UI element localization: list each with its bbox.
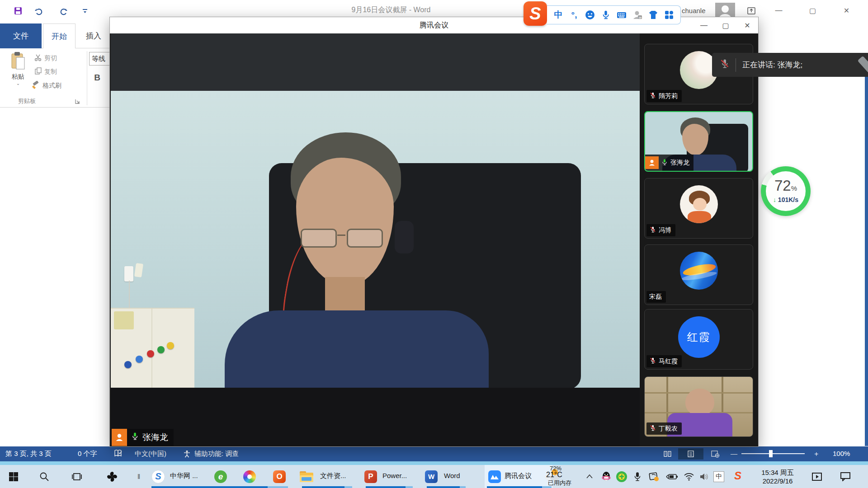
swirl-browser-icon[interactable] — [241, 465, 258, 488]
emoji-icon[interactable] — [584, 9, 596, 21]
paste-dropdown-arrow[interactable]: ⌄ — [7, 81, 29, 86]
green-browser-icon[interactable]: e — [212, 465, 229, 488]
word-taskbar-icon[interactable]: W — [423, 465, 439, 488]
meeting-window: 腾讯会议 — ▢ ✕ — [109, 17, 759, 447]
account-login-icon[interactable]: 19 — [632, 9, 643, 21]
accessibility-status[interactable]: 辅助功能: 调查 — [194, 450, 239, 458]
keyboard-icon[interactable] — [616, 9, 627, 21]
read-mode-icon[interactable] — [659, 448, 675, 460]
qq-tray-icon[interactable] — [599, 465, 613, 488]
action-center-icon[interactable] — [837, 465, 854, 488]
volume-tray-icon[interactable] — [697, 465, 712, 488]
participant-nameplate: 隋芳莉 — [646, 90, 682, 102]
sogou-browser-icon[interactable]: S — [150, 465, 166, 488]
file-explorer-icon[interactable] — [298, 465, 315, 488]
zoom-in-button[interactable]: ＋ — [813, 450, 820, 458]
undo-icon[interactable] — [33, 5, 43, 16]
start-button[interactable] — [4, 465, 24, 488]
tab-home[interactable]: 开始 — [43, 23, 75, 48]
zoom-out-button[interactable]: — — [731, 450, 737, 457]
tray-expand-chevron[interactable] — [583, 465, 596, 488]
main-speaker-video[interactable]: 张海龙 — [111, 33, 640, 446]
print-layout-icon[interactable] — [678, 448, 703, 460]
word-count[interactable]: 0 个字 — [78, 450, 97, 458]
meeting-maximize-button[interactable]: ▢ — [718, 19, 733, 32]
participant-tile[interactable]: 宋磊 — [644, 244, 753, 305]
accessibility-icon[interactable] — [183, 450, 191, 460]
qat-customize-icon[interactable] — [80, 5, 90, 16]
sogou-pinwheel-icon[interactable] — [102, 465, 122, 488]
participant-tile-speaking[interactable]: 张海龙 — [644, 111, 753, 172]
participant-tile[interactable]: 冯博 — [644, 178, 753, 239]
taskbar-clock[interactable]: 15:34 周五 2022/9/16 — [754, 468, 801, 485]
format-painter-label: 格式刷 — [42, 82, 61, 90]
ribbon-display-options-icon[interactable] — [746, 5, 757, 16]
powerpoint-icon[interactable]: P — [363, 465, 379, 488]
360-safe-tray-icon[interactable] — [615, 465, 628, 488]
document-area[interactable] — [0, 108, 109, 446]
paste-button[interactable]: 粘贴 ⌄ — [7, 51, 29, 96]
taskbar-search-icon[interactable] — [35, 465, 53, 488]
mic-on-icon — [131, 432, 139, 443]
ime-chinese-mode[interactable]: 中 — [552, 9, 564, 21]
meeting-close-button[interactable]: ✕ — [740, 19, 755, 32]
proofing-icon[interactable] — [114, 450, 123, 459]
word-scrollbar[interactable] — [865, 56, 868, 446]
bold-button[interactable]: B — [91, 72, 103, 84]
zoom-slider-track[interactable] — [741, 453, 805, 454]
media-popup-tray-icon[interactable] — [809, 465, 825, 488]
skin-icon[interactable] — [647, 9, 659, 21]
copy-button[interactable]: 复制 — [34, 67, 57, 76]
cut-button[interactable]: 剪切 — [34, 54, 57, 63]
meeting-taskbar-label[interactable]: 腾讯会议 — [505, 472, 532, 480]
word-taskbar-label[interactable]: Word — [444, 472, 460, 479]
clock-time: 15:34 周五 — [754, 468, 801, 477]
knob-green — [157, 346, 165, 353]
wall-charger-2 — [134, 263, 143, 277]
word-maximize-button[interactable]: ▢ — [802, 4, 823, 17]
letterbox-top — [111, 33, 640, 91]
powerpoint-label[interactable]: Power... — [382, 472, 407, 479]
sogou-logo-icon[interactable]: S — [524, 1, 547, 26]
svg-text:19: 19 — [638, 16, 642, 19]
participant-tile[interactable]: 红霞 马红霞 — [644, 309, 753, 370]
page-indicator[interactable]: 第 3 页, 共 3 页 — [5, 450, 52, 458]
language-indicator[interactable]: 中文(中国) — [135, 450, 166, 458]
tray-ime-indicator[interactable]: 中 — [713, 471, 724, 482]
toolbox-grid-icon[interactable] — [663, 9, 675, 21]
voice-input-icon[interactable] — [600, 9, 612, 21]
word-close-button[interactable]: ✕ — [836, 4, 857, 17]
network-monitor-gauge[interactable]: 72% ↓ 101K/s — [761, 166, 811, 216]
wifi-tray-icon[interactable] — [682, 465, 696, 488]
save-icon[interactable] — [13, 5, 24, 16]
word-minimize-button[interactable]: — — [769, 4, 789, 17]
rotation-lock-tray-icon[interactable] — [646, 465, 661, 488]
zoom-level[interactable]: 100% — [833, 450, 850, 457]
microphone-tray-icon[interactable] — [631, 465, 644, 488]
participant-tile[interactable]: 丁毅农 — [644, 376, 753, 437]
format-painter-button[interactable]: 格式刷 — [32, 81, 61, 91]
file-explorer-label[interactable]: 文件资... — [320, 472, 346, 480]
meeting-content: 张海龙 隋芳莉 — [110, 33, 758, 446]
meeting-minimize-button[interactable]: — — [697, 19, 711, 32]
tab-file[interactable]: 文件 — [0, 23, 42, 48]
browser-tab-label[interactable]: 中华网 ... — [170, 472, 198, 480]
ime-punctuation-mode[interactable]: °, — [568, 9, 580, 21]
font-name-box[interactable]: 等线 — [89, 52, 110, 66]
weather-memory-widget[interactable]: 72% 21°C 已用内存 — [536, 465, 581, 488]
battery-tray-icon[interactable] — [664, 465, 680, 488]
office-icon[interactable]: O — [271, 465, 288, 488]
web-layout-icon[interactable] — [707, 448, 723, 460]
meeting-taskbar-icon[interactable] — [486, 465, 503, 488]
task-view-icon[interactable] — [68, 465, 86, 488]
redo-icon[interactable] — [59, 5, 70, 16]
tab-insert[interactable]: 插入 — [78, 23, 109, 48]
clipboard-dialog-launcher-icon[interactable] — [75, 98, 80, 106]
account-name[interactable]: chuanle — [682, 7, 706, 14]
tray-sogou-icon[interactable]: S — [734, 469, 741, 482]
participants-sidebar[interactable]: 隋芳莉 张海龙 — [640, 33, 758, 446]
zoom-slider-handle[interactable] — [769, 450, 773, 457]
document-area-right[interactable] — [759, 20, 868, 446]
participant-avatar — [680, 252, 718, 290]
copy-icon — [34, 67, 42, 76]
